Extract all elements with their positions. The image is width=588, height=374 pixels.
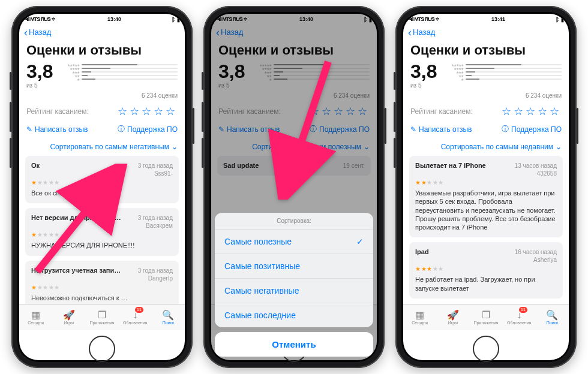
- sort-option-recent[interactable]: Самые последние: [215, 303, 373, 327]
- rocket-icon: 🚀: [63, 310, 75, 320]
- chevron-left-icon[interactable]: ‹: [24, 27, 28, 38]
- tab-search[interactable]: 🔍Поиск: [536, 304, 569, 330]
- back-button[interactable]: Назад: [29, 28, 51, 37]
- chevron-down-icon: ⌄: [556, 143, 562, 151]
- tab-apps[interactable]: ❐Приложения: [469, 304, 502, 330]
- review-card[interactable]: Ipad16 часов назадAsheriya ★★★★★ Не рабо…: [409, 242, 563, 298]
- chevron-left-icon[interactable]: ‹: [408, 27, 412, 38]
- compose-icon: ✎: [218, 125, 224, 134]
- tab-today[interactable]: ▦Сегодня: [403, 304, 436, 330]
- cancel-button[interactable]: Отменить: [215, 332, 373, 357]
- screen-1: ••ıll MTS RUS ᯤ 13:40 ᛒ ▮ ‹ Назад Оценки…: [19, 14, 185, 360]
- phone-frame: ••ıll MTS RUS ᯤ 13:41 ᛒ ▮ ‹Назад Оценки …: [395, 6, 577, 368]
- page-title: Оценки и отзывы: [19, 41, 185, 62]
- help-icon: ⓘ: [118, 124, 125, 134]
- annotation-arrow: [259, 56, 343, 201]
- compose-icon: ✎: [26, 125, 32, 134]
- tab-updates[interactable]: ↓11Обновления: [119, 304, 152, 330]
- tap-to-rate[interactable]: ☆☆☆☆☆: [118, 105, 178, 118]
- phone-frame: ••ıll MTS RUS ᯤ 13:40 ᛒ ▮ ‹ Назад Оценки…: [11, 6, 193, 368]
- support-button[interactable]: ⓘПоддержка ПО: [502, 124, 562, 134]
- chevron-left-icon[interactable]: ‹: [216, 27, 220, 38]
- sort-button[interactable]: Сортировать по самым недавним⌄: [403, 140, 569, 156]
- sort-button[interactable]: Сортировать л самым полезным⌄: [211, 140, 377, 156]
- today-icon: ▦: [31, 310, 40, 320]
- review-card[interactable]: Вылетает на 7 iPhone13 часов назад432658…: [409, 156, 563, 237]
- home-button[interactable]: [473, 336, 499, 362]
- checkmark-icon: ✓: [356, 237, 364, 246]
- search-icon: 🔍: [162, 310, 174, 320]
- support-button[interactable]: ⓘПоддержка ПО: [310, 124, 370, 134]
- tap-to-rate[interactable]: ☆☆☆☆☆: [502, 105, 562, 118]
- svg-line-1: [286, 62, 328, 188]
- chevron-down-icon: ⌄: [172, 143, 178, 151]
- tab-games[interactable]: 🚀Игры: [436, 304, 469, 330]
- sort-action-sheet: Сортировка: Самые полезные✓ Самые позити…: [215, 213, 373, 357]
- review-card[interactable]: Ок3 года назадSss91- ★★★★★ Все ок спасиб…: [25, 156, 179, 203]
- home-button[interactable]: [89, 336, 115, 362]
- review-card: Sad update19 сент.: [217, 156, 371, 176]
- sheet-title: Сортировка:: [215, 213, 373, 230]
- status-bar: ••ıll MTS RUS ᯤ 13:41 ᛒ ▮: [403, 14, 569, 23]
- nav-bar: ‹ Назад: [19, 23, 185, 41]
- rating-summary: 3,8из 5 ★★★★★ ★★★★ ★★★ ★★ ★: [19, 62, 185, 92]
- screen-2: ••ıll MTS RUS ᯤ 13:40 ᛒ ▮ ‹Назад Оценки …: [211, 14, 377, 360]
- phone-frame: ••ıll MTS RUS ᯤ 13:40 ᛒ ▮ ‹Назад Оценки …: [203, 6, 385, 368]
- sort-button[interactable]: Сортировать по самым негативным⌄: [19, 140, 185, 156]
- tab-games[interactable]: 🚀Игры: [52, 304, 85, 330]
- sort-option-negative[interactable]: Самые негативные: [215, 279, 373, 303]
- tab-bar: ▦Сегодня 🚀Игры ❐Приложения ↓11Обновления…: [19, 304, 185, 330]
- compose-icon: ✎: [410, 125, 416, 134]
- tab-today[interactable]: ▦Сегодня: [19, 304, 52, 330]
- write-review-button[interactable]: ✎Написать отзыв: [410, 124, 472, 134]
- rating-count: 6 234 оценки: [19, 92, 185, 101]
- sort-option-positive[interactable]: Самые позитивные: [215, 254, 373, 279]
- apps-icon: ❐: [98, 310, 106, 320]
- help-icon: ⓘ: [502, 124, 509, 134]
- screen-3: ••ıll MTS RUS ᯤ 13:41 ᛒ ▮ ‹Назад Оценки …: [403, 14, 569, 360]
- tab-search[interactable]: 🔍Поиск: [152, 304, 185, 330]
- review-card[interactable]: Не грузится учетная запись3 года назадDa…: [25, 261, 179, 304]
- help-icon: ⓘ: [310, 124, 317, 134]
- back-button[interactable]: Назад: [413, 28, 435, 37]
- support-button[interactable]: ⓘПоддержка ПО: [118, 124, 178, 134]
- sort-option-helpful[interactable]: Самые полезные✓: [215, 230, 373, 254]
- status-bar: ••ıll MTS RUS ᯤ 13:40 ᛒ ▮: [211, 14, 377, 23]
- review-card[interactable]: Нет версии для Iphone! НУЖ…3 года назадВ…: [25, 208, 179, 255]
- write-review-button[interactable]: ✎Написать отзыв: [218, 124, 280, 134]
- write-review-button[interactable]: ✎Написать отзыв: [26, 124, 88, 134]
- tab-updates[interactable]: ↓11Обновления: [503, 304, 536, 330]
- tab-apps[interactable]: ❐Приложения: [85, 304, 118, 330]
- rating-bars: ★★★★★ ★★★★ ★★★ ★★ ★: [61, 63, 178, 81]
- avg-rating: 3,8: [26, 62, 53, 81]
- status-bar: ••ıll MTS RUS ᯤ 13:40 ᛒ ▮: [19, 14, 185, 23]
- back-button[interactable]: Назад: [221, 28, 243, 37]
